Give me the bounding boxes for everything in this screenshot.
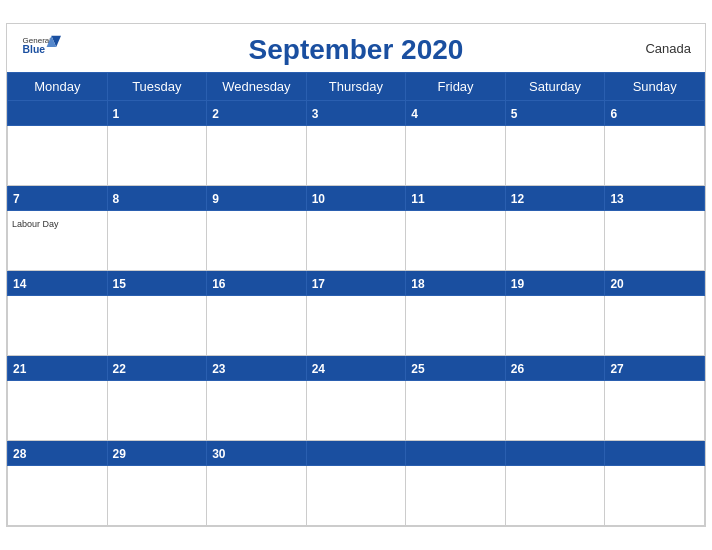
day-content-cell — [107, 211, 207, 271]
week-content-row — [8, 466, 705, 526]
day-number-cell: 25 — [406, 356, 506, 381]
day-content-cell — [406, 211, 506, 271]
day-number: 28 — [13, 447, 26, 461]
day-number: 24 — [312, 362, 325, 376]
day-content-cell — [406, 126, 506, 186]
week-content-row — [8, 126, 705, 186]
day-number: 20 — [610, 277, 623, 291]
day-number: 8 — [113, 192, 120, 206]
day-content-cell — [306, 211, 406, 271]
weekday-header: Monday — [8, 73, 108, 101]
day-number: 30 — [212, 447, 225, 461]
day-number-cell: 3 — [306, 101, 406, 126]
day-content-cell — [505, 466, 605, 526]
day-number-cell: 5 — [505, 101, 605, 126]
week-number-row: 282930 — [8, 441, 705, 466]
day-number: 3 — [312, 107, 319, 121]
weekday-header: Friday — [406, 73, 506, 101]
day-content-cell — [107, 126, 207, 186]
week-content-row — [8, 296, 705, 356]
day-number-cell: 2 — [207, 101, 307, 126]
day-content-cell — [8, 381, 108, 441]
day-number: 12 — [511, 192, 524, 206]
day-number-cell: 10 — [306, 186, 406, 211]
day-number: 2 — [212, 107, 219, 121]
day-content-cell — [8, 466, 108, 526]
calendar-title: September 2020 — [249, 34, 464, 66]
week-content-row: Labour Day — [8, 211, 705, 271]
day-number-cell: 28 — [8, 441, 108, 466]
day-number-cell: 22 — [107, 356, 207, 381]
day-number: 15 — [113, 277, 126, 291]
week-number-row: 14151617181920 — [8, 271, 705, 296]
day-content-cell — [107, 381, 207, 441]
day-content-cell: Labour Day — [8, 211, 108, 271]
day-number-cell: 16 — [207, 271, 307, 296]
day-number-cell: 6 — [605, 101, 705, 126]
day-content-cell — [505, 296, 605, 356]
day-number-cell: 18 — [406, 271, 506, 296]
day-number: 6 — [610, 107, 617, 121]
day-number-cell: 17 — [306, 271, 406, 296]
day-number: 18 — [411, 277, 424, 291]
day-content-cell — [605, 211, 705, 271]
day-number: 29 — [113, 447, 126, 461]
day-number-cell — [8, 101, 108, 126]
day-content-cell — [8, 126, 108, 186]
day-number-cell — [406, 441, 506, 466]
day-number-cell: 30 — [207, 441, 307, 466]
day-content-cell — [207, 296, 307, 356]
week-content-row — [8, 381, 705, 441]
holiday-label: Labour Day — [12, 219, 59, 229]
day-content-cell — [605, 296, 705, 356]
day-number: 9 — [212, 192, 219, 206]
day-content-cell — [605, 466, 705, 526]
day-number-cell: 1 — [107, 101, 207, 126]
day-content-cell — [207, 211, 307, 271]
weekday-header: Saturday — [505, 73, 605, 101]
day-number: 1 — [113, 107, 120, 121]
day-number-cell: 19 — [505, 271, 605, 296]
day-number: 16 — [212, 277, 225, 291]
day-content-cell — [107, 466, 207, 526]
day-number-cell: 20 — [605, 271, 705, 296]
country-label: Canada — [645, 41, 691, 56]
day-number-cell: 13 — [605, 186, 705, 211]
weekday-header: Sunday — [605, 73, 705, 101]
day-content-cell — [406, 466, 506, 526]
logo: General Blue — [21, 32, 61, 62]
day-number: 11 — [411, 192, 424, 206]
day-number: 22 — [113, 362, 126, 376]
day-content-cell — [605, 126, 705, 186]
day-number-cell: 8 — [107, 186, 207, 211]
day-content-cell — [306, 381, 406, 441]
day-content-cell — [306, 466, 406, 526]
day-number: 25 — [411, 362, 424, 376]
calendar-grid: MondayTuesdayWednesdayThursdayFridaySatu… — [7, 72, 705, 526]
day-content-cell — [8, 296, 108, 356]
day-number-cell: 21 — [8, 356, 108, 381]
day-number: 10 — [312, 192, 325, 206]
weekday-header: Wednesday — [207, 73, 307, 101]
day-number-cell: 15 — [107, 271, 207, 296]
day-number: 4 — [411, 107, 418, 121]
day-number-cell — [306, 441, 406, 466]
day-number: 27 — [610, 362, 623, 376]
calendar-header: General Blue September 2020 Canada — [7, 24, 705, 72]
day-number-cell — [605, 441, 705, 466]
day-number: 5 — [511, 107, 518, 121]
day-content-cell — [306, 126, 406, 186]
day-number-cell: 4 — [406, 101, 506, 126]
day-number: 26 — [511, 362, 524, 376]
weekday-header-row: MondayTuesdayWednesdayThursdayFridaySatu… — [8, 73, 705, 101]
day-content-cell — [107, 296, 207, 356]
day-number-cell — [505, 441, 605, 466]
day-number-cell: 23 — [207, 356, 307, 381]
day-number-cell: 24 — [306, 356, 406, 381]
day-number-cell: 11 — [406, 186, 506, 211]
day-number-cell: 29 — [107, 441, 207, 466]
day-content-cell — [505, 211, 605, 271]
day-content-cell — [406, 296, 506, 356]
day-number: 17 — [312, 277, 325, 291]
day-number: 21 — [13, 362, 26, 376]
